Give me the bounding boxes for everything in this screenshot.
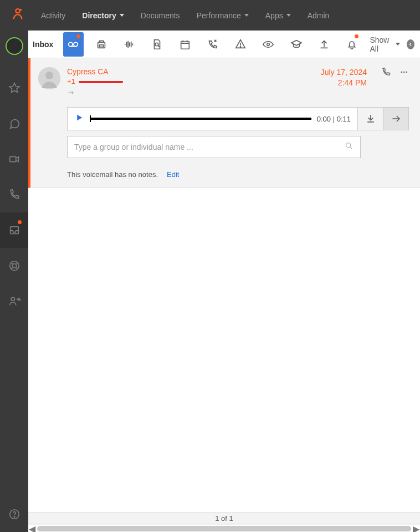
pager: 1 of 1 — [28, 512, 420, 524]
leftrail — [0, 31, 28, 532]
play-button[interactable] — [74, 113, 84, 125]
svg-point-19 — [403, 72, 404, 73]
svg-point-21 — [346, 143, 351, 148]
tool-bell[interactable] — [342, 32, 362, 57]
tool-fax[interactable] — [91, 32, 111, 57]
call-back-icon[interactable] — [381, 67, 391, 79]
svg-point-7 — [14, 516, 14, 517]
recipient-search-input[interactable] — [74, 143, 345, 151]
voicemail-datetime: July 17, 2024 2:44 PM — [321, 67, 367, 98]
svg-point-4 — [12, 264, 16, 267]
svg-point-15 — [267, 43, 270, 45]
caller-name[interactable]: Cypress CA — [67, 67, 123, 76]
redacted-phone — [79, 80, 123, 83]
notification-dot — [76, 34, 80, 38]
rail-video[interactable] — [0, 141, 28, 177]
topnav-apps[interactable]: Apps — [265, 11, 291, 20]
audio-time: 0:00 | 0:11 — [317, 115, 351, 123]
svg-point-8 — [69, 42, 73, 46]
chevron-down-icon — [120, 14, 124, 17]
show-all-dropdown[interactable]: Show All — [370, 36, 420, 53]
rail-phone[interactable] — [0, 177, 28, 212]
caller-avatar — [38, 67, 60, 89]
topnav-performance[interactable]: Performance — [197, 11, 249, 20]
tool-eye[interactable] — [258, 32, 278, 57]
recipient-search[interactable] — [67, 136, 361, 158]
scroll-left-icon[interactable]: ◀ — [29, 526, 35, 531]
more-icon[interactable] — [399, 67, 409, 79]
tool-voicemail[interactable] — [63, 32, 83, 57]
collapse-panel-icon[interactable] — [407, 39, 414, 49]
inbox-label: Inbox — [30, 40, 55, 49]
rail-help[interactable] — [0, 496, 28, 532]
chevron-down-icon — [286, 14, 291, 17]
scroll-right-icon[interactable]: ▶ — [413, 526, 419, 531]
topnav-documents[interactable]: Documents — [141, 11, 180, 20]
topnav-activity[interactable]: Activity — [41, 11, 65, 20]
brand-logo[interactable] — [7, 8, 29, 23]
svg-point-5 — [11, 297, 14, 301]
rail-favorites[interactable] — [0, 70, 28, 106]
tool-alert[interactable] — [231, 32, 250, 57]
rail-presence[interactable] — [0, 283, 28, 319]
svg-rect-11 — [99, 44, 103, 47]
topnav-admin[interactable]: Admin — [308, 11, 330, 20]
topnav: Activity Directory Documents Performance… — [0, 0, 420, 31]
forward-indicator-icon — [67, 89, 123, 98]
svg-point-17 — [45, 72, 53, 79]
svg-point-14 — [240, 46, 240, 47]
forward-button[interactable] — [383, 107, 409, 130]
tool-upload[interactable] — [314, 32, 334, 57]
content: Cypress CA +1 July 17, 2024 2:44 PM — [28, 58, 420, 532]
search-icon — [345, 141, 354, 153]
tool-calendar[interactable] — [175, 32, 194, 57]
svg-rect-13 — [181, 41, 189, 49]
scrollbar-thumb[interactable] — [37, 526, 411, 531]
topnav-items: Activity Directory Documents Performance… — [41, 11, 329, 20]
empty-area — [28, 188, 420, 512]
edit-notes-link[interactable]: Edit — [167, 170, 179, 179]
svg-point-18 — [401, 72, 402, 73]
svg-point-0 — [16, 9, 19, 13]
svg-point-9 — [74, 42, 78, 46]
subbar: Inbox Show All — [28, 31, 420, 58]
download-button[interactable] — [358, 107, 383, 130]
no-notes-text: This voicemail has no notes. — [67, 170, 158, 179]
topnav-directory[interactable]: Directory — [82, 11, 124, 20]
audio-player: 0:00 | 0:11 — [67, 107, 358, 130]
svg-point-1 — [20, 8, 22, 11]
svg-rect-2 — [9, 156, 16, 161]
caller-phone[interactable]: +1 — [67, 77, 123, 85]
svg-point-20 — [406, 72, 407, 73]
horizontal-scrollbar[interactable]: ◀ ▶ — [28, 524, 420, 532]
audio-track[interactable] — [90, 118, 311, 120]
tool-callback[interactable] — [203, 32, 223, 57]
rail-chat[interactable] — [0, 106, 28, 141]
rail-inbox[interactable] — [0, 212, 28, 248]
chevron-down-icon — [244, 14, 249, 17]
user-avatar[interactable] — [6, 37, 23, 55]
rail-lifebuoy[interactable] — [0, 248, 28, 283]
notification-dot — [18, 220, 22, 224]
chevron-down-icon — [396, 43, 400, 45]
voicemail-card: Cypress CA +1 July 17, 2024 2:44 PM — [28, 58, 420, 188]
tool-waveform[interactable] — [119, 32, 139, 57]
tool-graduation[interactable] — [286, 32, 306, 57]
tool-page-search[interactable] — [147, 32, 167, 57]
notification-dot — [355, 34, 358, 38]
